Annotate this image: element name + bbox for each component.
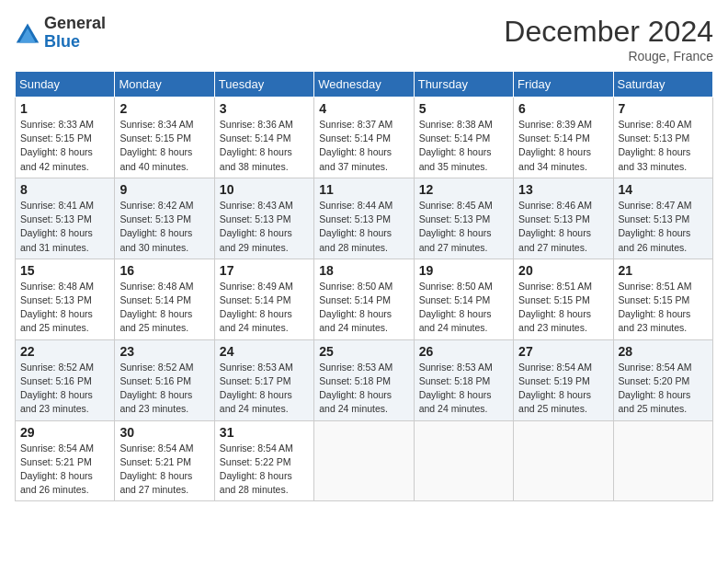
calendar-week-row: 29 Sunrise: 8:54 AM Sunset: 5:21 PM Dayl… [16, 420, 713, 501]
calendar-day-cell: 8 Sunrise: 8:41 AM Sunset: 5:13 PM Dayli… [16, 178, 115, 259]
day-number: 27 [518, 344, 608, 359]
day-detail: Sunrise: 8:50 AM Sunset: 5:14 PM Dayligh… [419, 280, 508, 336]
day-detail: Sunrise: 8:43 AM Sunset: 5:13 PM Dayligh… [220, 199, 309, 255]
day-number: 19 [419, 263, 508, 278]
calendar-day-cell: 1 Sunrise: 8:33 AM Sunset: 5:15 PM Dayli… [16, 98, 115, 178]
day-number: 10 [220, 182, 309, 197]
day-detail: Sunrise: 8:53 AM Sunset: 5:17 PM Dayligh… [220, 361, 309, 417]
weekday-header: Tuesday [214, 72, 313, 98]
day-detail: Sunrise: 8:50 AM Sunset: 5:14 PM Dayligh… [319, 280, 408, 336]
calendar-day-cell: 27 Sunrise: 8:54 AM Sunset: 5:19 PM Dayl… [514, 339, 613, 420]
calendar-day-cell: 18 Sunrise: 8:50 AM Sunset: 5:14 PM Dayl… [314, 259, 414, 339]
calendar-day-cell [613, 420, 712, 501]
day-number: 4 [319, 101, 408, 116]
logo-icon [15, 20, 40, 46]
day-detail: Sunrise: 8:49 AM Sunset: 5:14 PM Dayligh… [220, 280, 309, 336]
calendar-week-row: 1 Sunrise: 8:33 AM Sunset: 5:15 PM Dayli… [16, 98, 713, 178]
day-number: 13 [518, 182, 608, 197]
day-detail: Sunrise: 8:39 AM Sunset: 5:14 PM Dayligh… [518, 118, 608, 174]
calendar-day-cell: 4 Sunrise: 8:37 AM Sunset: 5:14 PM Dayli… [314, 98, 414, 178]
day-detail: Sunrise: 8:51 AM Sunset: 5:15 PM Dayligh… [619, 280, 708, 336]
calendar-day-cell: 21 Sunrise: 8:51 AM Sunset: 5:15 PM Dayl… [613, 259, 712, 339]
day-detail: Sunrise: 8:52 AM Sunset: 5:16 PM Dayligh… [20, 361, 109, 417]
calendar-day-cell: 14 Sunrise: 8:47 AM Sunset: 5:13 PM Dayl… [613, 178, 712, 259]
day-number: 1 [20, 101, 109, 116]
calendar-day-cell: 7 Sunrise: 8:40 AM Sunset: 5:13 PM Dayli… [613, 98, 712, 178]
calendar-day-cell: 29 Sunrise: 8:54 AM Sunset: 5:21 PM Dayl… [16, 420, 115, 501]
calendar-day-cell: 10 Sunrise: 8:43 AM Sunset: 5:13 PM Dayl… [214, 178, 313, 259]
month-title: December 2024 [504, 15, 713, 49]
day-detail: Sunrise: 8:53 AM Sunset: 5:18 PM Dayligh… [419, 361, 508, 417]
day-number: 28 [619, 344, 708, 359]
calendar-week-row: 22 Sunrise: 8:52 AM Sunset: 5:16 PM Dayl… [16, 339, 713, 420]
day-number: 25 [319, 344, 408, 359]
location-subtitle: Rouge, France [504, 49, 713, 63]
day-detail: Sunrise: 8:45 AM Sunset: 5:13 PM Dayligh… [419, 199, 508, 255]
day-number: 9 [119, 182, 209, 197]
weekday-header: Monday [115, 72, 214, 98]
day-detail: Sunrise: 8:51 AM Sunset: 5:15 PM Dayligh… [518, 280, 608, 336]
calendar-day-cell: 11 Sunrise: 8:44 AM Sunset: 5:13 PM Dayl… [314, 178, 414, 259]
calendar-day-cell: 6 Sunrise: 8:39 AM Sunset: 5:14 PM Dayli… [514, 98, 613, 178]
calendar-day-cell: 13 Sunrise: 8:46 AM Sunset: 5:13 PM Dayl… [514, 178, 613, 259]
day-number: 29 [20, 425, 109, 440]
logo-general-text: General [44, 15, 106, 33]
day-detail: Sunrise: 8:36 AM Sunset: 5:14 PM Dayligh… [220, 118, 309, 174]
day-detail: Sunrise: 8:37 AM Sunset: 5:14 PM Dayligh… [319, 118, 408, 174]
day-detail: Sunrise: 8:40 AM Sunset: 5:13 PM Dayligh… [619, 118, 708, 174]
day-detail: Sunrise: 8:47 AM Sunset: 5:13 PM Dayligh… [619, 199, 708, 255]
day-number: 21 [619, 263, 708, 278]
day-detail: Sunrise: 8:44 AM Sunset: 5:13 PM Dayligh… [319, 199, 408, 255]
calendar-day-cell: 9 Sunrise: 8:42 AM Sunset: 5:13 PM Dayli… [115, 178, 214, 259]
day-detail: Sunrise: 8:42 AM Sunset: 5:13 PM Dayligh… [119, 199, 209, 255]
logo: General Blue [15, 15, 106, 52]
day-number: 22 [20, 344, 109, 359]
day-number: 26 [419, 344, 508, 359]
calendar-table: SundayMondayTuesdayWednesdayThursdayFrid… [15, 71, 713, 501]
day-number: 23 [119, 344, 209, 359]
weekday-header: Sunday [16, 72, 115, 98]
calendar-week-row: 15 Sunrise: 8:48 AM Sunset: 5:13 PM Dayl… [16, 259, 713, 339]
day-number: 24 [220, 344, 309, 359]
calendar-day-cell: 12 Sunrise: 8:45 AM Sunset: 5:13 PM Dayl… [414, 178, 513, 259]
calendar-day-cell [314, 420, 414, 501]
day-detail: Sunrise: 8:41 AM Sunset: 5:13 PM Dayligh… [20, 199, 109, 255]
calendar-day-cell: 5 Sunrise: 8:38 AM Sunset: 5:14 PM Dayli… [414, 98, 513, 178]
day-detail: Sunrise: 8:48 AM Sunset: 5:14 PM Dayligh… [119, 280, 209, 336]
title-block: December 2024 Rouge, France [504, 15, 713, 63]
calendar-week-row: 8 Sunrise: 8:41 AM Sunset: 5:13 PM Dayli… [16, 178, 713, 259]
day-number: 18 [319, 263, 408, 278]
day-detail: Sunrise: 8:54 AM Sunset: 5:19 PM Dayligh… [518, 361, 608, 417]
day-number: 8 [20, 182, 109, 197]
day-detail: Sunrise: 8:46 AM Sunset: 5:13 PM Dayligh… [518, 199, 608, 255]
page-header: General Blue December 2024 Rouge, France [15, 15, 713, 63]
calendar-day-cell: 3 Sunrise: 8:36 AM Sunset: 5:14 PM Dayli… [214, 98, 313, 178]
logo-blue-text: Blue [44, 33, 106, 52]
calendar-day-cell: 31 Sunrise: 8:54 AM Sunset: 5:22 PM Dayl… [214, 420, 313, 501]
day-detail: Sunrise: 8:33 AM Sunset: 5:15 PM Dayligh… [20, 118, 109, 174]
calendar-day-cell: 24 Sunrise: 8:53 AM Sunset: 5:17 PM Dayl… [214, 339, 313, 420]
calendar-day-cell: 17 Sunrise: 8:49 AM Sunset: 5:14 PM Dayl… [214, 259, 313, 339]
day-detail: Sunrise: 8:54 AM Sunset: 5:21 PM Dayligh… [20, 442, 109, 498]
day-detail: Sunrise: 8:54 AM Sunset: 5:21 PM Dayligh… [119, 442, 209, 498]
calendar-day-cell: 19 Sunrise: 8:50 AM Sunset: 5:14 PM Dayl… [414, 259, 513, 339]
calendar-day-cell [414, 420, 513, 501]
day-number: 30 [119, 425, 209, 440]
calendar-day-cell: 30 Sunrise: 8:54 AM Sunset: 5:21 PM Dayl… [115, 420, 214, 501]
day-number: 16 [119, 263, 209, 278]
weekday-header: Wednesday [314, 72, 414, 98]
day-number: 3 [220, 101, 309, 116]
day-detail: Sunrise: 8:38 AM Sunset: 5:14 PM Dayligh… [419, 118, 508, 174]
day-number: 5 [419, 101, 508, 116]
day-detail: Sunrise: 8:48 AM Sunset: 5:13 PM Dayligh… [20, 280, 109, 336]
calendar-day-cell: 23 Sunrise: 8:52 AM Sunset: 5:16 PM Dayl… [115, 339, 214, 420]
day-number: 2 [119, 101, 209, 116]
calendar-day-cell: 25 Sunrise: 8:53 AM Sunset: 5:18 PM Dayl… [314, 339, 414, 420]
day-number: 20 [518, 263, 608, 278]
calendar-day-cell: 28 Sunrise: 8:54 AM Sunset: 5:20 PM Dayl… [613, 339, 712, 420]
calendar-header-row: SundayMondayTuesdayWednesdayThursdayFrid… [16, 72, 713, 98]
day-number: 12 [419, 182, 508, 197]
weekday-header: Saturday [613, 72, 712, 98]
calendar-day-cell: 20 Sunrise: 8:51 AM Sunset: 5:15 PM Dayl… [514, 259, 613, 339]
day-number: 15 [20, 263, 109, 278]
